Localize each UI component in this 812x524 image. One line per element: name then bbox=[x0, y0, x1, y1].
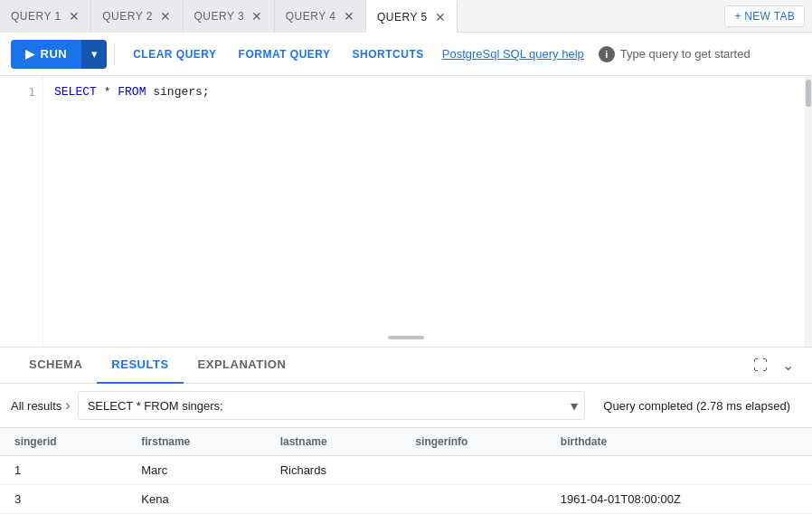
chevron-down-button[interactable]: ⌄ bbox=[779, 353, 798, 377]
expand-icon: ⛶ bbox=[753, 357, 768, 374]
schema-tab-label: SCHEMA bbox=[29, 357, 82, 371]
editor-area: 1 SELECT * FROM singers; bbox=[0, 76, 812, 348]
tab-label: QUERY 2 bbox=[102, 10, 153, 23]
query-select[interactable]: SELECT * FROM singers; bbox=[78, 391, 586, 420]
table-header-row: singerid firstname lastname singerinfo b… bbox=[0, 428, 812, 456]
cell-singerinfo bbox=[401, 456, 545, 485]
query-status: Query completed (2.78 ms elapsed) bbox=[592, 399, 801, 413]
tab-query5[interactable]: QUERY 5 ✕ bbox=[366, 0, 458, 33]
run-dropdown-button[interactable]: ▾ bbox=[81, 40, 107, 69]
tab-query3[interactable]: QUERY 3 ✕ bbox=[184, 0, 275, 33]
tab-query1[interactable]: QUERY 1 ✕ bbox=[0, 0, 91, 33]
all-results-text: All results bbox=[11, 399, 61, 413]
play-icon: ▶ bbox=[25, 47, 35, 61]
scrollbar-indicator bbox=[388, 336, 424, 339]
results-table-container[interactable]: singerid firstname lastname singerinfo b… bbox=[0, 428, 812, 514]
line-number-1: 1 bbox=[0, 83, 35, 101]
tab-bar: QUERY 1 ✕ QUERY 2 ✕ QUERY 3 ✕ QUERY 4 ✕ … bbox=[0, 0, 812, 33]
dropdown-arrow-icon: ▾ bbox=[91, 47, 98, 61]
results-tab-label: RESULTS bbox=[111, 357, 168, 371]
all-results-label: All results › bbox=[11, 397, 71, 414]
table-row: 3Kena1961-04-01T08:00:00Z bbox=[0, 485, 812, 514]
result-tabs: SCHEMA RESULTS EXPLANATION ⛶ ⌄ bbox=[0, 348, 812, 384]
expand-icon-button[interactable]: ⛶ bbox=[750, 354, 771, 377]
code-editor[interactable]: SELECT * FROM singers; bbox=[43, 76, 805, 347]
close-tab1-icon[interactable]: ✕ bbox=[69, 10, 80, 23]
tab-label: QUERY 4 bbox=[286, 10, 336, 23]
tab-query4[interactable]: QUERY 4 ✕ bbox=[275, 0, 366, 33]
help-link[interactable]: PostgreSql SQL query help bbox=[435, 47, 591, 61]
bottom-panel: SCHEMA RESULTS EXPLANATION ⛶ ⌄ All resul… bbox=[0, 348, 812, 514]
tab-schema[interactable]: SCHEMA bbox=[14, 348, 97, 384]
cell-lastname bbox=[266, 485, 401, 514]
toolbar-divider bbox=[114, 43, 115, 65]
close-tab3-icon[interactable]: ✕ bbox=[251, 10, 263, 23]
scrollbar-thumb bbox=[806, 80, 811, 107]
col-firstname: firstname bbox=[127, 428, 265, 456]
run-label: RUN bbox=[41, 47, 68, 61]
chevron-down-icon: ⌄ bbox=[782, 357, 794, 374]
vertical-scrollbar[interactable] bbox=[805, 76, 812, 347]
info-text: Type query to get started bbox=[620, 47, 751, 61]
tab-label: QUERY 1 bbox=[11, 10, 61, 23]
new-tab-button[interactable]: + NEW TAB bbox=[724, 5, 805, 27]
cell-singerid: 3 bbox=[0, 485, 127, 514]
tab-query2[interactable]: QUERY 2 ✕ bbox=[91, 0, 183, 33]
clear-query-button[interactable]: CLEAR QUERY bbox=[122, 40, 227, 69]
chevron-right-icon: › bbox=[65, 397, 70, 414]
results-filter-toolbar: All results › SELECT * FROM singers; ▾ Q… bbox=[0, 384, 812, 428]
table-name: singers; bbox=[153, 85, 209, 99]
close-tab4-icon[interactable]: ✕ bbox=[344, 10, 355, 23]
shortcuts-button[interactable]: SHORTCUTS bbox=[342, 40, 435, 69]
cell-singerid: 1 bbox=[0, 456, 127, 485]
format-query-button[interactable]: FORMAT QUERY bbox=[228, 40, 342, 69]
results-table: singerid firstname lastname singerinfo b… bbox=[0, 428, 812, 514]
keyword-select: SELECT bbox=[54, 85, 97, 99]
cell-birthdate bbox=[546, 456, 812, 485]
tab-explanation[interactable]: EXPLANATION bbox=[184, 348, 301, 384]
col-lastname: lastname bbox=[266, 428, 401, 456]
cell-birthdate: 1961-04-01T08:00:00Z bbox=[546, 485, 812, 514]
result-tab-actions: ⛶ ⌄ bbox=[750, 353, 798, 377]
query-select-wrapper: SELECT * FROM singers; ▾ bbox=[78, 391, 586, 420]
tab-label: QUERY 5 bbox=[377, 11, 428, 24]
info-icon: i bbox=[599, 46, 615, 62]
tab-label: QUERY 3 bbox=[194, 10, 245, 23]
toolbar: ▶ RUN ▾ CLEAR QUERY FORMAT QUERY SHORTCU… bbox=[0, 33, 812, 76]
info-area: i Type query to get started bbox=[599, 46, 751, 62]
close-tab2-icon[interactable]: ✕ bbox=[160, 10, 172, 23]
col-birthdate: birthdate bbox=[546, 428, 812, 456]
keyword-from: FROM bbox=[118, 85, 146, 99]
run-button[interactable]: ▶ RUN bbox=[11, 40, 81, 69]
close-tab5-icon[interactable]: ✕ bbox=[435, 11, 447, 24]
cell-lastname: Richards bbox=[266, 456, 401, 485]
cell-firstname: Kena bbox=[127, 485, 265, 514]
line-numbers: 1 bbox=[0, 76, 43, 347]
cell-singerinfo bbox=[401, 485, 545, 514]
code-operator: * bbox=[104, 85, 118, 99]
table-row: 1MarcRichards bbox=[0, 456, 812, 485]
explanation-tab-label: EXPLANATION bbox=[198, 357, 287, 371]
col-singerinfo: singerinfo bbox=[401, 428, 545, 456]
cell-firstname: Marc bbox=[127, 456, 265, 485]
tab-results[interactable]: RESULTS bbox=[97, 348, 183, 384]
col-singerid: singerid bbox=[0, 428, 127, 456]
